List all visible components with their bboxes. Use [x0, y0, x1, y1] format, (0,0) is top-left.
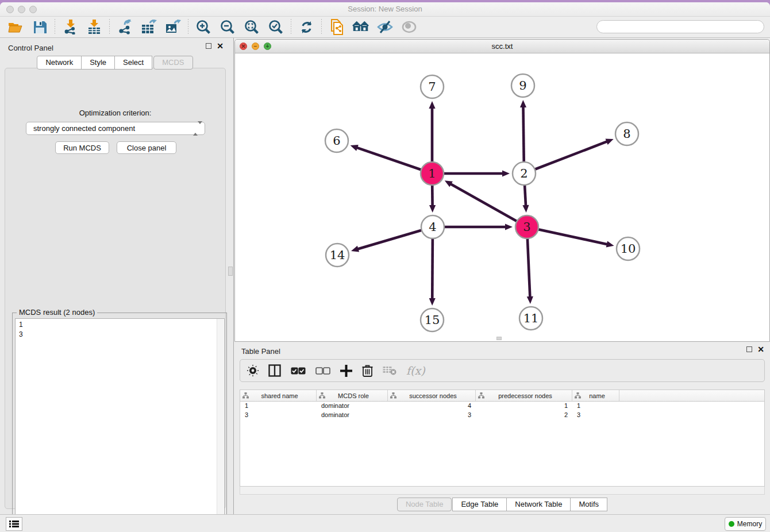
- node-label-2: 2: [520, 167, 528, 180]
- network-frame-titlebar[interactable]: ✕ − + scc.txt: [235, 40, 769, 53]
- node-label-7: 7: [428, 80, 436, 94]
- app-window: Session: New Session: [0, 2, 770, 532]
- delete-column-icon[interactable]: [362, 364, 373, 377]
- table-cell[interactable]: 1: [572, 402, 619, 411]
- show-all-icon[interactable]: [401, 18, 418, 36]
- column-header-predecessor-nodes[interactable]: predecessor nodes: [476, 390, 572, 401]
- column-header-name[interactable]: name: [572, 390, 619, 401]
- column-header-shared-name[interactable]: shared name: [240, 390, 317, 401]
- gear-icon[interactable]: [247, 365, 259, 376]
- main-toolbar: [0, 17, 770, 38]
- toolbar-separator: [291, 19, 291, 35]
- status-bar: Memory: [0, 514, 770, 532]
- mcds-result-text[interactable]: 1 3: [15, 318, 225, 530]
- optimization-criterion-select[interactable]: strongly connected component: [26, 122, 205, 135]
- export-image-icon[interactable]: [164, 18, 182, 36]
- table-cell[interactable]: dominator: [317, 402, 388, 411]
- table-cell[interactable]: 3: [388, 411, 476, 420]
- table-toolbar: f(x): [240, 359, 765, 382]
- tab-mcds[interactable]: MCDS: [153, 56, 192, 70]
- list-icon: [9, 520, 19, 528]
- function-builder-icon[interactable]: f(x): [406, 364, 425, 377]
- table-hscrollbar[interactable]: [240, 487, 765, 495]
- clone-network-icon[interactable]: [328, 18, 345, 36]
- window-title: Session: New Session: [0, 5, 770, 13]
- network-canvas[interactable]: 1234678910111415: [235, 53, 769, 341]
- import-network-icon[interactable]: [61, 18, 79, 36]
- node-table[interactable]: shared nameMCDS rolesuccessor nodesprede…: [240, 390, 765, 487]
- table-panel: Table Panel ✕ f(x) shared nameMCDS rol: [234, 344, 770, 514]
- zoom-selected-icon[interactable]: [267, 18, 284, 36]
- node-label-15: 15: [425, 313, 440, 327]
- tab-network-table[interactable]: Network Table: [506, 498, 571, 511]
- network-frame-title: scc.txt: [235, 42, 769, 51]
- refresh-icon[interactable]: [298, 18, 315, 36]
- export-table-icon[interactable]: [140, 18, 157, 36]
- table-cell[interactable]: 1: [476, 402, 572, 411]
- arrowhead-icon: [351, 246, 359, 252]
- table-cell[interactable]: 1: [240, 402, 317, 411]
- memory-button[interactable]: Memory: [725, 517, 766, 531]
- float-panel-icon[interactable]: [206, 43, 211, 49]
- table-cell[interactable]: 4: [388, 402, 476, 411]
- close-panel-icon[interactable]: ✕: [757, 346, 764, 352]
- tab-motifs[interactable]: Motifs: [570, 498, 607, 511]
- search-input[interactable]: [596, 20, 764, 33]
- table-cell[interactable]: 3: [240, 411, 317, 420]
- table-cell[interactable]: dominator: [317, 411, 388, 420]
- table-header-row: shared nameMCDS rolesuccessor nodesprede…: [240, 390, 764, 402]
- run-mcds-button[interactable]: Run MCDS: [55, 141, 109, 154]
- zoom-out-icon[interactable]: [219, 18, 236, 36]
- frame-resize-handle[interactable]: [496, 337, 502, 340]
- table-rows: 1dominator4113dominator323: [240, 402, 764, 420]
- node-label-8: 8: [623, 127, 630, 141]
- hide-selected-icon[interactable]: [376, 18, 394, 36]
- float-panel-icon[interactable]: [746, 346, 752, 352]
- hierarchy-home-icon[interactable]: [352, 18, 369, 36]
- tab-select[interactable]: Select: [114, 56, 152, 70]
- control-panel-window-buttons: ✕: [206, 43, 224, 49]
- column-header-successor-nodes[interactable]: successor nodes: [388, 390, 476, 401]
- add-column-icon[interactable]: [340, 365, 352, 377]
- toolbar-separator: [109, 19, 110, 35]
- tab-edge-table[interactable]: Edge Table: [452, 498, 507, 511]
- deselect-all-icon[interactable]: [315, 367, 330, 375]
- control-panel-title: Control Panel: [8, 44, 53, 52]
- import-table-icon[interactable]: [86, 18, 103, 36]
- arrowhead-icon: [505, 223, 513, 230]
- network-graph: 1234678910111415: [235, 53, 769, 341]
- close-panel-button[interactable]: Close panel: [117, 141, 176, 154]
- close-panel-icon[interactable]: ✕: [217, 43, 224, 49]
- task-history-button[interactable]: [6, 517, 22, 531]
- result-scrollbar[interactable]: [217, 319, 224, 529]
- titlebar: Session: New Session: [0, 2, 770, 17]
- panel-splitter[interactable]: [230, 38, 234, 514]
- save-session-icon[interactable]: [31, 18, 48, 36]
- zoom-in-icon[interactable]: [195, 18, 212, 36]
- table-row[interactable]: 3dominator323: [240, 411, 764, 420]
- node-label-6: 6: [333, 134, 340, 148]
- tab-style[interactable]: Style: [81, 56, 115, 70]
- table-cell[interactable]: 3: [572, 411, 619, 420]
- edge-3-10[interactable]: [527, 227, 608, 244]
- table-cell[interactable]: 2: [476, 411, 572, 420]
- delete-table-icon[interactable]: [383, 366, 396, 375]
- export-network-icon[interactable]: [116, 18, 133, 36]
- column-header-MCDS-role[interactable]: MCDS role: [317, 390, 388, 401]
- tab-node-table[interactable]: Node Table: [397, 498, 452, 511]
- edge-3-1[interactable]: [450, 184, 527, 227]
- splitter-handle[interactable]: [228, 267, 233, 276]
- column-type-icon: [575, 392, 581, 399]
- zoom-fit-icon[interactable]: [243, 18, 260, 36]
- table-row[interactable]: 1dominator411: [240, 402, 764, 411]
- mcds-result-title: MCDS result (2 nodes): [17, 308, 97, 317]
- column-type-icon: [478, 392, 484, 399]
- mcds-tab-content: Optimization criterion: strongly connect…: [5, 68, 226, 509]
- columns-icon[interactable]: [268, 364, 281, 377]
- open-file-icon[interactable]: [7, 18, 24, 36]
- tab-network[interactable]: Network: [37, 56, 82, 70]
- edge-2-8[interactable]: [524, 141, 607, 174]
- select-all-icon[interactable]: [291, 367, 306, 375]
- toolbar-separator: [188, 19, 188, 35]
- arrowhead-icon: [351, 145, 359, 151]
